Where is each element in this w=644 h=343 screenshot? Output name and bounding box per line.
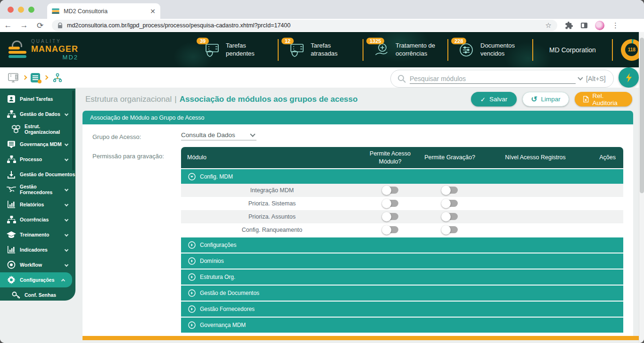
stat-label: Tarefas atrasadas (311, 42, 354, 57)
extensions-puzzle-icon[interactable] (565, 21, 573, 30)
traffic-lights (8, 7, 34, 13)
reload-icon[interactable]: ⟳ (32, 21, 48, 31)
chevron-down-icon (65, 263, 68, 267)
allow-access-toggle[interactable] (382, 199, 399, 208)
sidebar-item-treinamento[interactable]: Treinamento (0, 227, 75, 242)
stat-documentos-vencidos[interactable]: 228 Documentos vencidos (448, 32, 532, 67)
breadcrumb-parent: Estrutura organizacional (85, 95, 172, 104)
sidebar-item-painel-tarefas[interactable]: Painel Tarefas (0, 91, 75, 106)
browser-menu-icon[interactable]: ⋮ (612, 21, 619, 30)
col-permite-acesso: Permite Acesso Módulo? (363, 148, 417, 167)
chevron-down-icon (65, 112, 68, 116)
allow-access-toggle[interactable] (382, 212, 399, 221)
gear-icon (6, 276, 17, 284)
allow-write-toggle[interactable] (441, 212, 458, 221)
side-panel-icon[interactable] (581, 23, 587, 28)
quick-actions-button[interactable] (619, 67, 639, 88)
browser-window: MD2 Consultoria ✕ ← → ⟳ md2consultoria.c… (0, 0, 644, 343)
browser-tab[interactable]: MD2 Consultoria ✕ (47, 3, 160, 19)
back-icon[interactable]: ← (0, 21, 16, 30)
undo-icon: ↺ (531, 95, 537, 104)
minimize-window-button[interactable] (18, 7, 24, 13)
panel-title: Associação de Módulo ao Grupo de Acesso (83, 111, 633, 124)
allow-write-toggle[interactable] (441, 199, 458, 208)
sidebar-item-relatorios[interactable]: Relatórios (0, 197, 75, 212)
chevron-down-icon (65, 203, 68, 206)
module-name: Config. Ranqueamento (181, 227, 363, 233)
logo-manager: MANAGER (31, 45, 78, 53)
chevron-up-icon (61, 279, 65, 283)
stat-tarefas-pendentes[interactable]: 39 Tarefas pendentes (194, 32, 278, 67)
bookmark-star-icon[interactable]: ☆ (545, 21, 552, 30)
sidebar-item-gestao-de-documentos[interactable]: Gestão de Documentos (0, 167, 75, 182)
sidebar-item-configuracoes[interactable]: Configurações (0, 272, 72, 287)
group-row-gestao-documentos[interactable]: Gestão de Documentos (181, 286, 623, 301)
address-bar[interactable]: md2consultoria.com.br/lgpd_process/proce… (52, 20, 557, 31)
table-row: Prioriza. Assuntos (181, 210, 623, 223)
url-text: md2consultoria.com.br/lgpd_process/proce… (67, 22, 545, 29)
breadcrumb-chevron-icon (44, 75, 49, 80)
page-title: Associação de módulos aos grupos de aces… (180, 95, 358, 104)
group-row-dominios[interactable]: Domínios (181, 253, 623, 269)
sidebar-item-governanca-mdm[interactable]: Governança MDM (0, 137, 75, 152)
gauge-value: 118 (628, 47, 636, 52)
group-row-gestao-fornecedores[interactable]: Gestão Fornecedores (181, 302, 623, 317)
search-chevron-down-icon[interactable] (578, 75, 583, 80)
app-logo: QUALITY MANAGER MD2 (8, 39, 78, 60)
sitemap-icon (6, 110, 17, 118)
sidebar-item-estrut-organizacional[interactable]: Estrut. Organizacional (0, 122, 75, 137)
audit-report-button[interactable]: Rel. Auditoria (575, 92, 632, 106)
key-icon (10, 291, 22, 299)
stat-tratamento-ocorrencias[interactable]: 1325 Tratamento de ocorrências (363, 32, 447, 67)
monitor-icon[interactable] (8, 73, 19, 83)
stat-tarefas-atrasadas[interactable]: 12 Tarefas atrasadas (279, 32, 363, 67)
sidebar-item-processo[interactable]: Processo (0, 152, 75, 167)
clear-button[interactable]: ↺ Limpar (522, 92, 569, 106)
allow-access-toggle[interactable] (382, 186, 399, 195)
allow-access-toggle[interactable] (382, 225, 399, 235)
breadcrumb (8, 73, 63, 83)
sidebar-item-workflow[interactable]: Workflow (0, 257, 75, 272)
tab-close-icon[interactable]: ✕ (150, 8, 156, 15)
expand-circle-icon (188, 273, 196, 281)
sidebar-item-gestao-fornecedores[interactable]: Gestão Fornecedores (0, 182, 75, 197)
group-row-estrutura-org[interactable]: Estrutura Org. (181, 270, 623, 285)
association-panel: Associação de Módulo ao Grupo de Acesso … (83, 111, 633, 336)
forward-icon[interactable]: → (16, 21, 32, 30)
chevron-down-icon (65, 188, 68, 191)
zoom-window-button[interactable] (28, 7, 34, 13)
group-row-governanca-mdm[interactable]: Governança MDM (181, 318, 623, 333)
org-people-icon[interactable] (52, 73, 63, 83)
chevron-down-icon (65, 142, 68, 146)
close-window-button[interactable] (8, 7, 14, 13)
sidebar-item-indicadores[interactable]: Indicadores (0, 242, 75, 257)
site-favicon-icon (52, 8, 59, 15)
sidebar-item-ocorrencias[interactable]: Ocorrências (0, 212, 75, 227)
group-row-config-mdm[interactable]: Config. MDM (181, 169, 623, 184)
logo-lock-icon (8, 41, 26, 59)
sidebar-scrollbar[interactable] (72, 90, 74, 171)
lightning-icon (625, 73, 633, 83)
allow-write-toggle[interactable] (441, 225, 458, 235)
save-button[interactable]: ✓ Salvar (471, 92, 517, 106)
scrollbar-thumb[interactable] (640, 38, 644, 193)
page-scrollbar[interactable] (639, 32, 644, 343)
graduation-cap-icon (6, 231, 17, 238)
sidebar-item-gestao-de-dados[interactable]: Gestão de Dados (0, 106, 75, 122)
module-search: [Alt+S] (390, 70, 614, 88)
col-acoes: Ações (588, 152, 623, 163)
browser-urlbar: ← → ⟳ md2consultoria.com.br/lgpd_process… (0, 19, 644, 32)
company-name[interactable]: MD Corporation (533, 46, 612, 54)
bar-chart-icon (6, 201, 17, 208)
app-header: QUALITY MANAGER MD2 39 Tarefas pendentes… (0, 32, 644, 67)
config-sliders-icon[interactable] (31, 73, 40, 82)
group-row-configuracoes[interactable]: Configurações (181, 237, 623, 253)
stat-label: Documentos vencidos (480, 42, 524, 57)
sidebar-item-conf-senhas[interactable]: Conf. Senhas (0, 287, 75, 302)
group-access-select[interactable]: Consulta de Dados (181, 131, 256, 140)
search-input[interactable] (410, 74, 576, 84)
module-name: Prioriza. Sistemas (181, 200, 363, 207)
allow-write-toggle[interactable] (441, 186, 458, 195)
profile-avatar[interactable] (595, 21, 604, 30)
module-name: Integração MDM (181, 187, 363, 194)
